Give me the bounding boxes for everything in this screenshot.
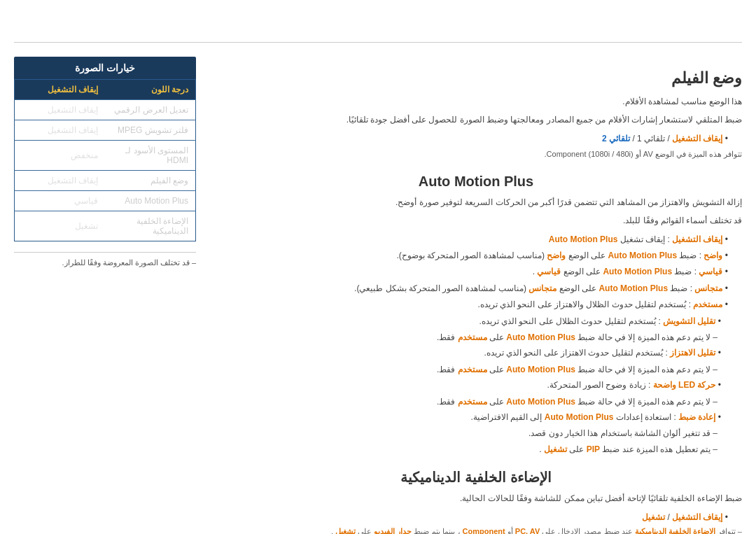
amp-standard-dot: .	[533, 267, 535, 276]
sidebar-col-right-2[interactable]: فلتر تشويش MPEG	[105, 120, 196, 141]
amp-standard-amp: Auto Motion Plus	[603, 267, 672, 276]
sidebar-col-right-5[interactable]: Auto Motion Plus	[105, 191, 196, 211]
amp-clear-desc3: (مناسب لمشاهدة الصور المتحركة بوضوح).	[396, 251, 545, 260]
amp-custom-desc: : يُستخدم لتقليل حدوث الظلال والاهتزاز ع…	[477, 300, 691, 309]
film-mode-para1: هذا الوضع مناسب لمشاهدة الأفلام.	[210, 94, 742, 108]
sidebar-header: خيارات الصورة	[14, 57, 196, 79]
amp-smooth-amp: Auto Motion Plus	[598, 283, 668, 293]
film-mode-title: وضع الفيلم	[210, 69, 742, 87]
sidebar-col-left-4[interactable]: إيقاف التشغيل	[15, 171, 106, 191]
backlight-sep: /	[665, 512, 670, 522]
amp-led-label: حركة LED واضحة	[653, 380, 716, 390]
amp-para1: إزالة التشويش والاهتزاز من المشاهد التي …	[210, 195, 742, 209]
amp-clear-amp: Auto Motion Plus	[608, 251, 677, 260]
amp-reset-label: إعادة ضبط	[678, 412, 715, 422]
amp-sub-led: حركة LED واضحة : زيادة وضوح الصور المتحر…	[210, 378, 721, 392]
film-mode-note: تتوافر هذه الميزة في الوضع AV أو Compone…	[210, 148, 742, 161]
amp-sub-shake: تقليل الاهتزاز : يُستخدم لتقليل حدوث الا…	[210, 346, 721, 360]
backlight-footnote: تتوافر الإضاءة الخلفية الديناميكية عند ض…	[210, 527, 742, 534]
amp-smooth-desc: : ضبط	[668, 283, 692, 293]
amp-off-desc: : إيقاف تشغيل	[617, 234, 669, 244]
amp-shake-desc: : يُستخدم لتقليل حدوث الاهتزاز على النحو…	[484, 348, 667, 358]
amp-smooth-mode: متجانس	[528, 283, 556, 293]
amp-item-custom: مستخدم : يُستخدم لتقليل حدوث الظلال والا…	[210, 297, 728, 311]
amp-item-smooth: متجانس : ضبط Auto Motion Plus على الوضع …	[210, 281, 728, 295]
sidebar-col-right-4[interactable]: وضع الفيلم	[105, 171, 196, 191]
sidebar-col-right-3[interactable]: المستوى الأسود لـ HDMI	[105, 141, 196, 171]
backlight-on: تشغيل	[642, 512, 665, 522]
section-backlight: الإضاءة الخلفية الديناميكية ضبط الإضاءة …	[210, 469, 742, 534]
amp-item-off: إيقاف التشغيل : إيقاف تشغيل Auto Motion …	[210, 232, 728, 246]
amp-item-standard: قياسي : ضبط Auto Motion Plus على الوضع ق…	[210, 265, 728, 279]
sidebar: خيارات الصورة درجة اللونإيقاف التشغيلتعد…	[14, 57, 196, 267]
amp-blur-note: لا يتم دعم هذه الميزة إلا في حالة ضبط Au…	[210, 330, 718, 344]
amp-off-amp: Auto Motion Plus	[549, 234, 618, 244]
amp-title: Auto Motion Plus	[210, 174, 742, 190]
amp-clear-label: واضح	[704, 251, 722, 260]
amp-led-note: لا يتم دعم هذه الميزة إلا في حالة ضبط Au…	[210, 395, 718, 409]
backlight-title: الإضاءة الخلفية الديناميكية	[210, 469, 742, 486]
amp-smooth-desc3: (مناسب لمشاهدة الصور المتحركة بشكل طبيعي…	[354, 283, 526, 293]
sidebar-col-right-6[interactable]: الإضاءة الخلفية الديناميكية	[105, 211, 196, 241]
amp-blur-desc: : يُستخدم لتقليل حدوث الظلال على النحو ا…	[479, 316, 660, 326]
film-sep1: /	[665, 134, 672, 143]
film-mode-bullet1: إيقاف التشغيل / تلقائي 1 / تلقائي 2	[210, 132, 728, 146]
film-auto1: تلقائي 1	[637, 134, 665, 143]
section-amp: Auto Motion Plus إزالة التشويش والاهتزاز…	[210, 174, 742, 456]
sidebar-col-left-6[interactable]: تشغيل	[15, 211, 106, 241]
amp-shake-note: لا يتم دعم هذه الميزة إلا في حالة ضبط Au…	[210, 363, 718, 377]
sidebar-table: درجة اللونإيقاف التشغيلتعديل العرض الرقم…	[14, 79, 196, 241]
sidebar-col-right-0[interactable]: درجة اللون	[105, 80, 196, 100]
sidebar-col-left-5[interactable]: قياسي	[15, 191, 106, 211]
main-content: وضع الفيلم هذا الوضع مناسب لمشاهدة الأفل…	[210, 57, 742, 534]
amp-para2: قد تختلف أسماء القوائم وفقًا للبلد.	[210, 213, 742, 227]
film-sep2: /	[630, 134, 637, 143]
film-off-label: إيقاف التشغيل	[672, 134, 722, 143]
amp-standard-desc: : ضبط	[672, 267, 696, 276]
section-film-mode: وضع الفيلم هذا الوضع مناسب لمشاهدة الأفل…	[210, 69, 742, 161]
backlight-para1: ضبط الإضاءة الخلفية تلقائيًا لإتاحة أفضل…	[210, 491, 742, 505]
backlight-off: إيقاف التشغيل	[672, 512, 722, 522]
amp-item-clear: واضح : ضبط Auto Motion Plus على الوضع وا…	[210, 248, 728, 262]
page-container: وضع الفيلم هذا الوضع مناسب لمشاهدة الأفل…	[0, 43, 756, 534]
sidebar-col-right-1[interactable]: تعديل العرض الرقمي	[105, 100, 196, 120]
sidebar-note: – قد تختلف الصورة المعروضة وفقًا للطراز.	[14, 252, 196, 267]
amp-standard-label: قياسي	[699, 267, 722, 276]
amp-shake-label: تقليل الاهتزاز	[670, 348, 715, 358]
amp-clear-desc: : ضبط	[677, 251, 701, 260]
amp-blur-label: تقليل التشويش	[663, 316, 715, 326]
amp-reset-note1: قد تتغير ألوان الشاشة باستخدام هذا الخيا…	[210, 426, 718, 440]
sidebar-col-left-3[interactable]: منخفض	[15, 141, 106, 171]
amp-led-desc: : زيادة وضوح الصور المتحركة.	[547, 380, 650, 390]
amp-sub-reset: إعادة ضبط : استعادة إعدادات Auto Motion …	[210, 410, 721, 424]
amp-off-label: إيقاف التشغيل	[672, 234, 722, 244]
amp-reset-note2: يتم تعطيل هذه الميزة عند ضبط PIP على تشغ…	[210, 442, 718, 456]
sidebar-col-left-0[interactable]: إيقاف التشغيل	[15, 80, 106, 100]
amp-clear-desc2: على الوضع	[566, 251, 606, 260]
amp-clear-mode: واضح	[547, 251, 566, 260]
amp-sub-blur: تقليل التشويش : يُستخدم لتقليل حدوث الظل…	[210, 314, 721, 328]
backlight-bullet: إيقاف التشغيل / تشغيل	[210, 510, 728, 524]
sidebar-col-left-1[interactable]: إيقاف التشغيل	[15, 100, 106, 120]
amp-smooth-desc2: على الوضع	[556, 283, 596, 293]
amp-smooth-label: متجانس	[694, 283, 722, 293]
film-auto2: تلقائي 2	[602, 134, 630, 143]
sidebar-col-left-2[interactable]: إيقاف التشغيل	[15, 120, 106, 141]
amp-reset-desc: : استعادة إعدادات	[613, 412, 676, 422]
amp-standard-mode: قياسي	[537, 267, 561, 276]
amp-standard-desc2: على الوضع	[561, 267, 601, 276]
film-mode-para2: ضبط المتلقي لاستشعار إشارات الأفلام من ج…	[210, 113, 742, 127]
amp-custom-label: مستخدم	[693, 300, 722, 309]
